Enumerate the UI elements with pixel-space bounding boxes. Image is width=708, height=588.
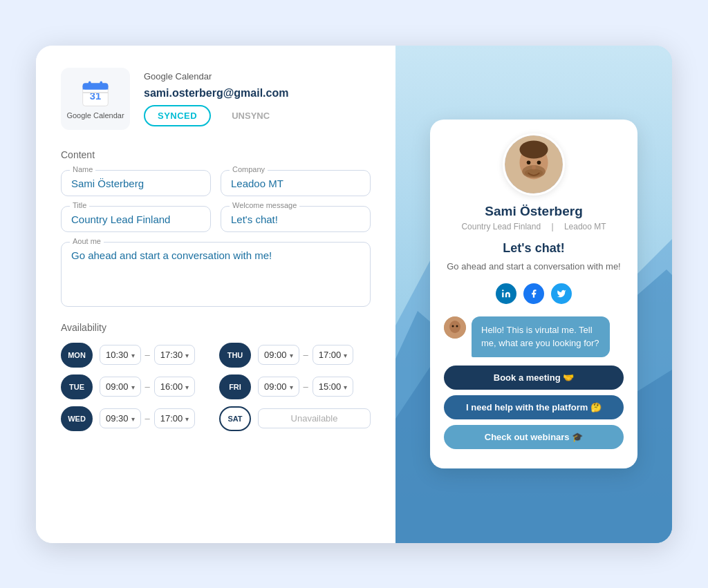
right-panel: Sami Österberg Country Lead Finland | Le… [395, 46, 672, 543]
content-section-label: Content [61, 149, 371, 160]
svg-point-19 [452, 325, 454, 327]
avail-right-col: THU 09:00 – 17:00 FRI 09:00 – 15:00 [219, 343, 371, 438]
title-label: Title [70, 201, 89, 209]
form-grid: Name Company Title Welcome message [61, 170, 371, 232]
title-input[interactable] [71, 214, 201, 225]
tue-to[interactable]: 16:00 [154, 377, 196, 397]
mon-from[interactable]: 10:30 [100, 345, 141, 365]
day-wed: WED [61, 406, 93, 431]
tue-times: 09:00 – 16:00 [100, 377, 195, 397]
name-input[interactable] [71, 178, 201, 189]
day-fri: FRI [219, 374, 251, 399]
avail-row-fri: FRI 09:00 – 15:00 [219, 374, 371, 399]
twitter-icon[interactable] [551, 283, 572, 304]
unsync-button[interactable]: UNSYNC [219, 106, 282, 125]
main-card: 31 Google Calendar Google Calendar sami.… [36, 46, 672, 543]
availability-label: Availability [61, 322, 371, 333]
day-sat: SAT [219, 406, 251, 431]
company-field: Company [221, 170, 371, 196]
chat-heading: Let's chat! [503, 241, 564, 256]
svg-point-15 [525, 169, 543, 177]
about-textarea[interactable]: Go ahead and start a conversation with m… [71, 249, 360, 298]
wed-to[interactable]: 17:00 [154, 408, 196, 428]
svg-point-16 [502, 290, 503, 291]
svg-point-12 [527, 161, 531, 165]
webinars-button[interactable]: Check out webinars 🎓 [444, 425, 624, 449]
svg-rect-6 [83, 92, 109, 93]
profile-title: Country Lead Finland [461, 222, 541, 231]
separator: | [551, 222, 555, 231]
avail-row-wed: WED 09:30 – 17:00 [61, 406, 212, 431]
thu-from[interactable]: 09:00 [258, 345, 299, 365]
name-field: Name [61, 170, 211, 196]
thu-times: 09:00 – 17:00 [258, 345, 353, 365]
about-field: Aout me Go ahead and start a conversatio… [61, 242, 371, 307]
company-label: Company [230, 165, 268, 173]
availability-grid: MON 10:30 – 17:30 TUE 09:00 – 16:00 [61, 343, 371, 438]
social-icons [496, 283, 572, 304]
thu-to[interactable]: 17:00 [313, 345, 354, 365]
day-tue: TUE [61, 374, 93, 399]
profile-name: Sami Österberg [485, 204, 583, 219]
welcome-field: Welcome message [221, 206, 371, 232]
help-platform-button[interactable]: I need help with the platform 🤔 [444, 395, 624, 419]
bot-avatar [444, 316, 466, 339]
name-label: Name [70, 165, 95, 173]
content-section: Content Name Company Title Welcome messa… [61, 149, 371, 307]
wed-times: 09:30 – 17:00 [100, 408, 195, 428]
avail-row-mon: MON 10:30 – 17:30 [61, 343, 212, 368]
avatar-image [505, 133, 563, 196]
fri-to[interactable]: 15:00 [313, 377, 354, 397]
fri-from[interactable]: 09:00 [258, 377, 299, 397]
google-calendar-icon: 31 [80, 78, 111, 108]
sync-buttons: SYNCED UNSYNC [144, 105, 288, 126]
svg-point-20 [456, 325, 458, 327]
svg-rect-2 [83, 86, 109, 90]
welcome-label: Welcome message [230, 201, 299, 209]
tue-from[interactable]: 09:00 [100, 377, 141, 397]
profile-subtitle: Country Lead Finland | Leadoo MT [457, 222, 610, 231]
title-field: Title [61, 206, 211, 232]
avatar [503, 133, 565, 196]
calendar-info: Google Calendar sami.osterberg@gmail.com… [144, 71, 288, 126]
avail-row-tue: TUE 09:00 – 16:00 [61, 374, 212, 399]
svg-rect-5 [100, 81, 102, 86]
svg-rect-4 [88, 81, 91, 86]
calendar-icon-label: Google Calendar [66, 111, 124, 120]
mon-to[interactable]: 17:30 [154, 345, 196, 365]
svg-point-13 [537, 161, 541, 165]
profile-company: Leadoo MT [564, 222, 606, 231]
calendar-service-name: Google Calendar [144, 71, 288, 82]
svg-point-10 [519, 141, 548, 159]
synced-button[interactable]: SYNCED [144, 105, 211, 126]
mon-times: 10:30 – 17:30 [100, 345, 195, 365]
linkedin-icon[interactable] [496, 283, 516, 304]
chat-intro-bubble: Hello! This is virutal me. Tell me, what… [472, 316, 610, 357]
book-meeting-button[interactable]: Book a meeting 🤝 [444, 366, 624, 390]
left-panel: 31 Google Calendar Google Calendar sami.… [36, 46, 395, 543]
chat-message: Hello! This is virutal me. Tell me, what… [444, 316, 624, 357]
about-label: Aout me [70, 237, 104, 245]
chat-bubble-area: Hello! This is virutal me. Tell me, what… [444, 316, 624, 455]
availability-section: Availability MON 10:30 – 17:30 TUE [61, 322, 371, 438]
fri-times: 09:00 – 15:00 [258, 377, 353, 397]
company-input[interactable] [231, 178, 360, 189]
avail-row-thu: THU 09:00 – 17:00 [219, 343, 371, 368]
welcome-input[interactable] [231, 214, 360, 225]
day-thu: THU [219, 343, 251, 368]
facebook-icon[interactable] [523, 283, 544, 304]
svg-point-18 [449, 321, 460, 333]
profile-card: Sami Österberg Country Lead Finland | Le… [430, 120, 637, 468]
calendar-email: sami.osterberg@gmail.com [144, 87, 288, 99]
sat-unavailable: Unavailable [258, 408, 371, 428]
wed-from[interactable]: 09:30 [100, 408, 141, 428]
day-mon: MON [61, 343, 93, 368]
calendar-icon-box: 31 Google Calendar [61, 68, 130, 130]
chat-subtext: Go ahead and start a conversation with m… [447, 260, 620, 274]
calendar-section: 31 Google Calendar Google Calendar sami.… [61, 68, 371, 130]
avail-left-col: MON 10:30 – 17:30 TUE 09:00 – 16:00 [61, 343, 212, 438]
avail-row-sat: SAT Unavailable [219, 406, 371, 431]
